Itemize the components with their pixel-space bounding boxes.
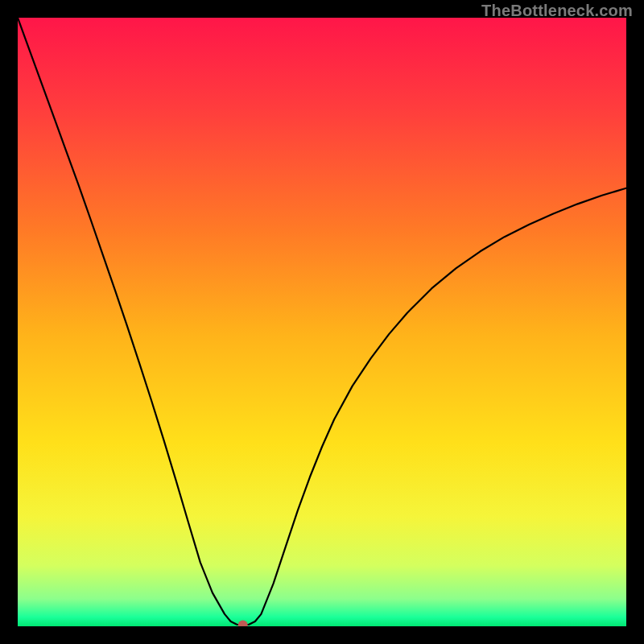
chart-svg — [18, 18, 626, 626]
chart-frame: TheBottleneck.com — [0, 0, 644, 644]
plot-area — [18, 18, 626, 626]
gradient-background — [18, 18, 626, 626]
